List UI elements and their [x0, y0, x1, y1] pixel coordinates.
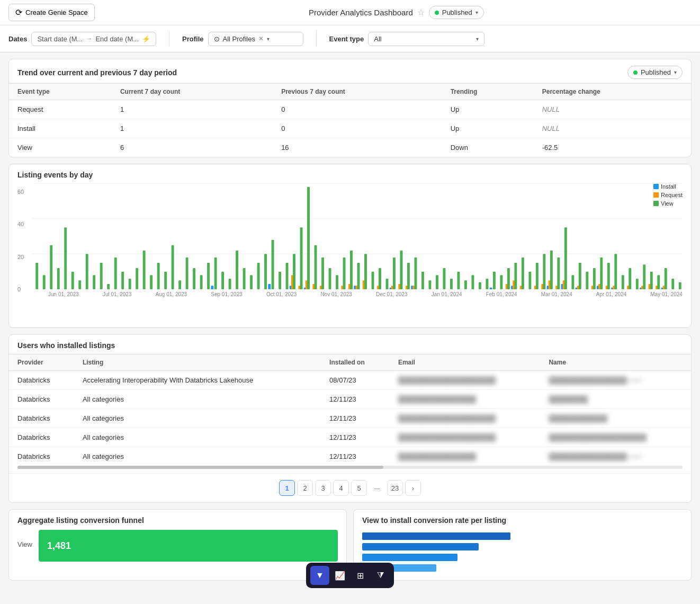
svg-rect-59	[350, 251, 353, 289]
funnel-view-label: View	[17, 540, 32, 548]
svg-rect-19	[143, 251, 146, 289]
cell-name: ████████	[540, 390, 691, 409]
profile-icon: ⊙	[214, 35, 220, 43]
chevron-down-icon: ▾	[476, 36, 479, 42]
svg-rect-54	[329, 268, 331, 289]
next-page-button[interactable]: ›	[405, 480, 421, 496]
col-email: Email	[390, 354, 541, 371]
cell-percentage: NULL	[534, 119, 691, 138]
table-row: Databricks All categories 12/11/23 █████…	[9, 447, 691, 466]
clear-icon[interactable]: ✕	[258, 35, 264, 42]
col-provider: Provider	[9, 354, 74, 371]
svg-rect-16	[121, 272, 124, 289]
svg-rect-35	[250, 275, 253, 289]
chart-toolbar-btn[interactable]: 📈	[330, 566, 349, 585]
svg-rect-137	[657, 275, 660, 289]
svg-rect-49	[307, 187, 310, 289]
cell-provider: Databricks	[9, 447, 74, 466]
users-table-wrapper[interactable]: Provider Listing Installed on Email Name…	[9, 354, 691, 466]
page-button[interactable]: 2	[297, 480, 313, 496]
svg-rect-11	[86, 254, 88, 289]
cell-name: ████████████████.com	[540, 447, 691, 466]
svg-rect-84	[457, 272, 460, 289]
page-button[interactable]: 4	[333, 480, 349, 496]
svg-rect-83	[450, 279, 453, 289]
svg-rect-103	[543, 254, 545, 289]
event-type-select[interactable]: All ▾	[368, 32, 484, 46]
users-card: Users who installed listings Provider Li…	[8, 334, 692, 503]
chevron-down-icon: ▾	[475, 10, 478, 15]
cell-installed-on: 12/11/23	[321, 447, 390, 466]
trend-published-badge[interactable]: Published ▾	[627, 66, 683, 79]
x-axis-label: Apr 01, 2024	[596, 291, 626, 297]
page-button[interactable]: 5	[351, 480, 367, 496]
col-trending: Trending	[442, 84, 534, 100]
create-genie-space-button[interactable]: ⟳ Create Genie Space	[8, 4, 95, 21]
svg-rect-99	[528, 272, 531, 289]
table-row: Databricks All categories 12/11/23 █████…	[9, 390, 691, 409]
cell-listing: All categories	[74, 428, 321, 447]
grid-icon: ⊞	[357, 571, 364, 581]
svg-rect-116	[586, 272, 588, 289]
scrollbar-thumb[interactable]	[17, 466, 383, 469]
funnel-row: View 1,481	[17, 530, 338, 562]
svg-rect-80	[428, 280, 431, 289]
published-badge[interactable]: Published ▾	[429, 6, 484, 19]
cell-current: 6	[112, 138, 273, 157]
col-listing: Listing	[74, 354, 321, 371]
x-axis-label: Dec 01, 2023	[376, 291, 408, 297]
cell-event-type: Install	[9, 119, 112, 138]
filter-toolbar-btn[interactable]: ▼	[310, 566, 329, 585]
cell-email: ████████████████████	[390, 409, 541, 428]
svg-rect-9	[71, 272, 74, 289]
funnel-value: 1,481	[47, 540, 71, 552]
svg-rect-96	[514, 263, 517, 289]
svg-rect-24	[178, 280, 181, 289]
dates-label: Dates	[8, 35, 27, 43]
funnel-toolbar-btn[interactable]: ⧩	[371, 566, 390, 585]
event-type-filter-group: Event type All ▾	[329, 32, 485, 46]
star-icon[interactable]: ☆	[417, 7, 425, 17]
cell-previous: 0	[273, 119, 442, 138]
svg-rect-91	[500, 275, 502, 289]
grid-toolbar-btn[interactable]: ⊞	[351, 566, 370, 585]
cell-provider: Databricks	[9, 390, 74, 409]
cell-email: ████████████████████	[390, 428, 541, 447]
funnel-icon: ⧩	[377, 571, 384, 580]
svg-rect-135	[650, 272, 653, 289]
cell-trending: Down	[442, 138, 534, 157]
chevron-down-icon: ▾	[674, 69, 677, 75]
svg-rect-118	[593, 268, 596, 289]
svg-rect-33	[236, 251, 238, 289]
svg-rect-75	[407, 263, 410, 289]
page-button[interactable]: 3	[315, 480, 331, 496]
horizontal-scrollbar[interactable]	[17, 466, 683, 469]
funnel-bar: 1,481	[39, 530, 338, 562]
date-range-input[interactable]: Start date (M... → End date (M... ⚡	[31, 32, 156, 46]
cell-event-type: Request	[9, 100, 112, 119]
status-dot	[633, 70, 638, 75]
cell-name: ████████████	[540, 409, 691, 428]
svg-rect-67	[379, 268, 381, 289]
profile-select[interactable]: ⊙ All Profiles ✕ ▾	[208, 32, 303, 46]
svg-rect-112	[571, 275, 574, 289]
svg-rect-123	[607, 263, 610, 289]
table-row: Databricks All categories 12/11/23 █████…	[9, 409, 691, 428]
svg-rect-81	[436, 275, 438, 289]
svg-rect-55	[336, 275, 338, 289]
page-button[interactable]: 23	[387, 480, 403, 496]
svg-rect-86	[471, 275, 474, 289]
filter-divider-2	[316, 31, 317, 47]
svg-rect-142	[679, 282, 681, 289]
cell-provider: Databricks	[9, 371, 74, 390]
profile-filter-group: Profile ⊙ All Profiles ✕ ▾	[182, 32, 303, 46]
page-button[interactable]: 1	[279, 480, 295, 496]
trend-card: Trend over current and previous 7 day pe…	[8, 59, 692, 157]
svg-rect-22	[164, 272, 167, 289]
y-axis: 0 20 40 60	[17, 189, 32, 295]
col-event-type: Event type	[9, 84, 112, 100]
svg-rect-14	[107, 284, 110, 289]
svg-rect-140	[665, 268, 667, 289]
svg-rect-88	[486, 279, 488, 289]
funnel-card: Aggregate listing conversion funnel View…	[8, 509, 347, 581]
